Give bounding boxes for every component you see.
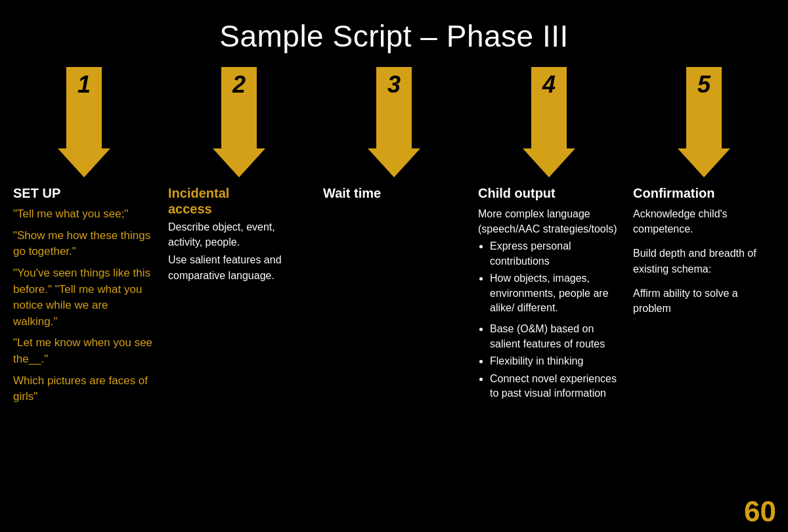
incidental-text-1: Describe object, event, activity, people…	[168, 219, 310, 250]
page-number: 60	[744, 495, 776, 528]
confirmation-schema: Build depth and breadth of existing sche…	[633, 246, 775, 276]
arrow-head-2	[213, 148, 265, 177]
child-output-bullets-2: Base (O&M) based on salient features of …	[478, 322, 620, 403]
column-5: 5 Confirmation Acknowledge child's compe…	[626, 67, 781, 410]
arrow-body-4	[531, 102, 567, 148]
child-output-bullets-1: Express personal contributions How objec…	[478, 239, 620, 318]
step-number-3: 3	[376, 67, 412, 102]
bullet-2-1: Base (O&M) based on salient features of …	[490, 322, 620, 351]
setup-quote-4: "Let me know when you see the__."	[13, 335, 155, 367]
column-2: 2 Incidentalaccess Describe object, even…	[162, 67, 317, 410]
step-heading-2: Incidentalaccess	[168, 185, 229, 217]
bullet-2-2: Flexibility in thinking	[490, 354, 620, 368]
arrow-head-1	[58, 148, 110, 177]
arrow-3: 3	[323, 67, 465, 177]
arrow-head-3	[368, 148, 420, 177]
step-heading-4: Child output	[478, 185, 556, 201]
step-heading-3: Wait time	[323, 185, 381, 201]
arrow-body-2	[221, 102, 257, 148]
step-number-1: 1	[66, 67, 102, 102]
step-number-4: 4	[531, 67, 567, 102]
arrow-body-5	[686, 102, 722, 148]
arrow-head-4	[523, 148, 575, 177]
bullet-1-1: Express personal contributions	[490, 239, 620, 269]
bullet-2-3: Connect novel experiences to past visual…	[490, 372, 620, 401]
step-number-2: 2	[221, 67, 257, 102]
arrow-1: 1	[13, 67, 155, 177]
setup-quote-2: "Show me how these things go together."	[13, 228, 155, 260]
columns-container: 1 SET UP "Tell me what you see;" "Show m…	[0, 67, 788, 410]
confirmation-text-1: Acknowledge child's competence.	[633, 206, 775, 236]
column-1: 1 SET UP "Tell me what you see;" "Show m…	[7, 67, 162, 410]
setup-quote-1: "Tell me what you see;"	[13, 206, 129, 223]
arrow-body-1	[66, 102, 102, 148]
child-output-intro: More complex language (speech/AAC strate…	[478, 206, 620, 236]
setup-quote-3: "You've seen things like this before." "…	[13, 265, 155, 330]
arrow-4: 4	[478, 67, 620, 177]
arrow-2: 2	[168, 67, 310, 177]
step-heading-1: SET UP	[13, 185, 60, 201]
column-4: 4 Child output More complex language (sp…	[471, 67, 626, 410]
step-heading-5: Confirmation	[633, 185, 714, 201]
bullet-1-2: How objects, images, environments, peopl…	[490, 271, 620, 315]
page-title: Sample Script – Phase III	[0, 0, 788, 67]
arrow-5: 5	[633, 67, 775, 177]
setup-quote-5: Which pictures are faces of girls"	[13, 373, 155, 405]
arrow-head-5	[678, 148, 730, 177]
arrow-body-3	[376, 102, 412, 148]
column-3: 3 Wait time	[317, 67, 471, 410]
confirmation-affirm: Affirm ability to solve a problem	[633, 286, 775, 316]
incidental-text-2: Use salient features and comparative lan…	[168, 252, 310, 282]
step-number-5: 5	[686, 67, 722, 102]
